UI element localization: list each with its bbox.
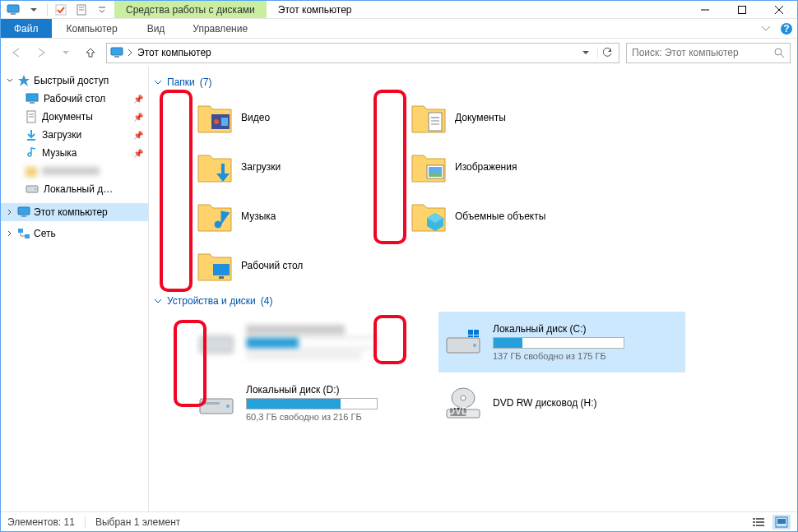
group-header-folders[interactable]: Папки (7)	[151, 72, 796, 93]
drive-d[interactable]: Локальный диск (D:) 60,3 ГБ свободно из …	[192, 372, 438, 433]
sidebar-item-label: Музыка	[42, 147, 77, 159]
folder-icon	[26, 165, 37, 177]
search-input[interactable]	[632, 47, 773, 58]
search-box[interactable]	[626, 43, 791, 63]
svg-rect-51	[474, 335, 479, 337]
folders-grid: Видео Загрузки Музыка Рабочий стол	[151, 93, 796, 290]
separator	[47, 3, 48, 16]
manage-tab[interactable]: Управление	[179, 19, 261, 38]
download-icon	[26, 128, 37, 141]
drive-usage-bar	[246, 337, 378, 349]
svg-rect-26	[18, 207, 30, 215]
svg-rect-28	[18, 229, 23, 233]
svg-rect-8	[738, 7, 745, 14]
properties-icon[interactable]	[72, 2, 90, 17]
ribbon-collapse-icon[interactable]	[756, 19, 776, 38]
nav-back-button[interactable]	[7, 44, 26, 62]
help-icon[interactable]: ?	[776, 19, 797, 38]
desktop-icon	[26, 93, 39, 104]
status-selected: Выбран 1 элемент	[95, 516, 180, 528]
dropdown-icon[interactable]	[25, 2, 43, 17]
drive-label: DVD RW дисковод (H:)	[493, 397, 679, 409]
svg-rect-33	[213, 264, 230, 275]
system-monitor-icon	[4, 2, 22, 17]
folder-desktop[interactable]: Рабочий стол	[192, 241, 406, 290]
ribbon: Файл Компьютер Вид Управление ?	[1, 19, 797, 39]
computer-tab[interactable]: Компьютер	[52, 19, 132, 38]
divider	[85, 516, 86, 528]
drive-blurred[interactable]	[192, 312, 438, 372]
folder-video[interactable]: Видео	[192, 93, 406, 142]
group-header-drives[interactable]: Устройства и диски (4)	[151, 290, 796, 312]
sidebar-quick-access[interactable]: Быстрый доступ	[1, 72, 148, 90]
drive-free-text: 60,3 ГБ свободно из 216 ГБ	[246, 412, 432, 422]
address-dropdown-icon[interactable]	[579, 51, 592, 55]
folder-documents[interactable]: Документы	[406, 93, 619, 142]
sidebar-item-blurred[interactable]	[1, 162, 148, 180]
window-controls	[686, 1, 797, 18]
folder-label: Видео	[241, 112, 270, 123]
monitor-icon	[17, 206, 30, 218]
sidebar-this-pc[interactable]: Этот компьютер	[1, 203, 148, 221]
refresh-icon[interactable]	[597, 47, 615, 58]
svg-rect-32	[221, 118, 228, 126]
svg-rect-49	[474, 330, 479, 335]
drive-c[interactable]: Локальный диск (C:) 137 ГБ свободно из 1…	[438, 312, 685, 372]
nav-forward-button[interactable]	[32, 44, 50, 62]
folder-icon	[411, 198, 447, 234]
close-button[interactable]	[760, 1, 797, 19]
view-tab[interactable]: Вид	[132, 19, 180, 38]
folder-label: Изображения	[455, 161, 517, 173]
sidebar-item-desktop[interactable]: Рабочий стол 📌	[1, 90, 148, 108]
chevron-right-icon	[128, 49, 132, 56]
this-pc-label: Этот компьютер	[34, 206, 108, 218]
view-large-icons-icon[interactable]	[772, 515, 791, 530]
drive-icon	[26, 184, 39, 194]
drive-free-text: 137 ГБ свободно из 175 ГБ	[493, 351, 679, 361]
maximize-button[interactable]	[723, 1, 760, 19]
qat-dropdown-icon[interactable]	[93, 2, 111, 17]
svg-rect-42	[200, 336, 233, 353]
search-icon[interactable]	[773, 47, 785, 58]
svg-rect-23	[26, 168, 36, 176]
nav-up-button[interactable]	[81, 44, 100, 62]
chevron-right-icon[interactable]	[6, 209, 14, 215]
sidebar-item-local-disk[interactable]: Локальный диск	[1, 180, 148, 198]
file-tab[interactable]: Файл	[1, 19, 52, 38]
dvd-drive[interactable]: DVD DVD RW дисковод (H:)	[438, 372, 685, 433]
chevron-right-icon[interactable]	[6, 230, 14, 237]
music-icon	[26, 146, 37, 160]
quick-access-toolbar	[1, 1, 114, 18]
sidebar-item-label: Документы	[42, 111, 93, 123]
sidebar-item-documents[interactable]: Документы 📌	[1, 108, 148, 126]
sidebar-item-music[interactable]: Музыка 📌	[1, 144, 148, 162]
drive-icon	[445, 324, 481, 360]
svg-rect-60	[756, 521, 764, 523]
svg-rect-0	[7, 5, 19, 12]
svg-rect-13	[111, 48, 123, 55]
titlebar: Средства работы с дисками Этот компьютер	[1, 1, 797, 19]
status-items: Элементов: 11	[7, 516, 75, 528]
pin-icon: 📌	[133, 113, 143, 122]
nav-history-dropdown-icon[interactable]	[57, 44, 75, 62]
svg-rect-58	[756, 518, 764, 520]
svg-rect-62	[756, 525, 764, 526]
folder-music[interactable]: Музыка	[192, 192, 406, 241]
chevron-down-icon[interactable]	[6, 77, 14, 84]
sidebar-item-downloads[interactable]: Загрузки 📌	[1, 126, 148, 144]
svg-rect-40	[429, 167, 442, 173]
minimize-button[interactable]	[686, 1, 723, 19]
checkbox-icon[interactable]	[52, 2, 70, 17]
folder-3d-objects[interactable]: Объемные объекты	[406, 192, 619, 241]
svg-rect-56	[447, 409, 480, 418]
contextual-tab-drive-tools[interactable]: Средства работы с дисками	[114, 1, 267, 18]
folder-downloads[interactable]: Загрузки	[192, 142, 406, 192]
folder-pictures[interactable]: Изображения	[406, 142, 619, 192]
breadcrumb-this-pc[interactable]: Этот компьютер	[110, 47, 211, 58]
folder-label: Загрузки	[241, 161, 281, 173]
content-area[interactable]: Папки (7) Видео Загрузки Музыка	[149, 67, 797, 511]
address-bar[interactable]: Этот компьютер	[106, 43, 619, 63]
sidebar-network[interactable]: Сеть	[1, 224, 148, 243]
svg-point-31	[214, 119, 219, 124]
view-details-icon[interactable]	[749, 515, 768, 530]
